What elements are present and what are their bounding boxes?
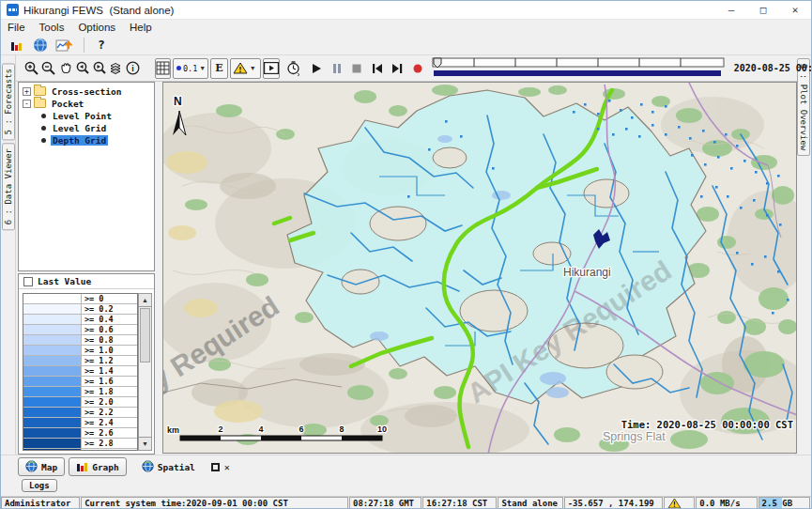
tab-icon-wrap: [76, 460, 88, 474]
legend-row: >= 0.4: [23, 315, 137, 325]
close-button[interactable]: ✕: [779, 1, 811, 19]
map-toolbar: i 0.1 ▼ E ▼: [16, 55, 797, 82]
menu-bar: FileToolsOptionsHelp: [1, 20, 811, 35]
pan-hand-icon[interactable]: [57, 58, 73, 78]
exceedance-button[interactable]: E: [210, 58, 227, 79]
time-series-display-icon[interactable]: [54, 36, 74, 54]
animation-window-button[interactable]: [263, 58, 280, 79]
classbreak-dropdown[interactable]: 0.1 ▼: [173, 58, 208, 79]
status-bar: AdministratorCurrent system time:2020-09…: [1, 496, 811, 509]
tree-item-cross-section[interactable]: +Cross-section: [23, 85, 154, 97]
tree-item-depth-grid[interactable]: Depth Grid: [41, 134, 154, 146]
legend-color-swatch: [23, 335, 82, 345]
step-back-button[interactable]: [371, 58, 384, 78]
exceedance-glyph: E: [211, 62, 226, 74]
app-logo-icon: [7, 4, 19, 16]
legend-class-label: >= 0.8: [82, 335, 114, 345]
current-map-datetime: 2020-08-25 00:00:00 CST: [734, 63, 812, 73]
menu-help[interactable]: Help: [130, 22, 152, 33]
status-cell-administrator: Administrator: [1, 497, 80, 509]
status-text: Stand alone: [501, 499, 558, 508]
legend-row: >= 0.8: [23, 335, 137, 346]
grid-display-button[interactable]: [155, 58, 171, 79]
tree-item-label: Level Grid: [51, 123, 108, 133]
database-icon[interactable]: [7, 36, 27, 54]
legend-class-list: >= 0>= 0.2>= 0.4>= 0.6>= 0.8>= 1.0>= 1.2…: [23, 293, 138, 451]
thresholds-dropdown[interactable]: ▼: [230, 58, 261, 79]
legend-color-swatch: [23, 294, 82, 303]
svg-text:N: N: [174, 95, 182, 108]
panel-maximize-icon[interactable]: [211, 463, 220, 471]
warning-icon[interactable]: [667, 498, 682, 509]
timeline-span-bar: [434, 70, 721, 76]
tab-label: Map: [41, 462, 57, 472]
tree-expander-icon[interactable]: +: [23, 87, 31, 96]
play-button[interactable]: [310, 58, 323, 78]
tree-expander-icon[interactable]: -: [23, 100, 31, 108]
tab-map[interactable]: Map: [18, 457, 65, 476]
info-icon[interactable]: i: [125, 58, 141, 78]
step-forward-button[interactable]: [391, 58, 404, 78]
legend-class-label: >= 1.2: [82, 356, 114, 365]
tab-icon-wrap: [25, 460, 38, 474]
status-cell-35-657-174: -35.657 , 174.199: [564, 497, 663, 509]
layers-icon[interactable]: [108, 58, 124, 78]
menu-options[interactable]: Options: [78, 22, 115, 33]
side-tab-6-data-viewer[interactable]: 6 : Data Viewer: [2, 143, 15, 230]
svg-text:4: 4: [258, 424, 263, 434]
scroll-down-icon[interactable]: ▼: [139, 437, 151, 450]
menu-file[interactable]: File: [8, 22, 25, 33]
panel-close-icon[interactable]: ✕: [224, 462, 230, 472]
legend-color-swatch: [23, 377, 82, 386]
legend-color-swatch: [23, 304, 82, 314]
legend-row: >= 0.6: [23, 325, 137, 335]
menu-tools[interactable]: Tools: [39, 22, 65, 33]
legend-class-label: >= 1.6: [82, 377, 114, 386]
legend-row: >= 1.2: [23, 356, 137, 366]
tree-item-level-grid[interactable]: Level Grid: [41, 122, 154, 133]
zoom-out-icon[interactable]: [40, 58, 56, 78]
legend-color-swatch: [23, 346, 82, 355]
globe-icon: [25, 460, 38, 472]
tab-spatial[interactable]: Spatial: [134, 457, 203, 476]
legend-class-label: >= 3.0: [82, 449, 114, 451]
zoom-in-icon[interactable]: [23, 58, 39, 78]
map-display-icon[interactable]: [30, 36, 51, 54]
scroll-thumb[interactable]: [140, 308, 150, 362]
last-value-checkbox[interactable]: [23, 277, 33, 286]
legend-color-swatch: [23, 397, 82, 407]
legend-row: >= 1.0: [23, 346, 137, 356]
tree-item-level-point[interactable]: Level Point: [41, 110, 154, 121]
zoom-next-icon[interactable]: [91, 58, 107, 78]
legend-class-label: >= 1.0: [82, 346, 114, 355]
tree-item-pocket[interactable]: -Pocket: [23, 98, 154, 109]
help-button[interactable]: ?: [91, 36, 112, 54]
tree-item-label: Cross-section: [50, 86, 123, 97]
map-canvas: API Key Required API Key Required: [163, 83, 797, 454]
minimize-button[interactable]: –: [715, 1, 747, 19]
pause-button[interactable]: [331, 58, 343, 78]
time-slider[interactable]: [430, 55, 728, 82]
legend-color-swatch: [23, 428, 82, 438]
side-tab-5-forecasts[interactable]: 5 : Forecasts: [2, 63, 15, 140]
legend-color-swatch: [23, 356, 82, 365]
warning-icon: [233, 61, 248, 75]
stop-button[interactable]: [351, 58, 362, 78]
record-button[interactable]: [412, 58, 423, 78]
legend-color-swatch: [23, 418, 82, 427]
last-value-label: Last Value: [38, 276, 91, 286]
zoom-previous-icon[interactable]: [74, 58, 90, 78]
tab-label: Spatial: [158, 462, 195, 472]
filter-tree: +Cross-section-PocketLevel PointLevel Gr…: [18, 82, 155, 271]
logs-button[interactable]: Logs: [22, 479, 57, 492]
spatial-map-display[interactable]: API Key Required API Key Required: [162, 82, 797, 454]
legend-class-label: >= 2.0: [82, 397, 114, 407]
animation-timer-icon[interactable]: [285, 58, 301, 78]
svg-text:8: 8: [339, 424, 344, 434]
tab-graph[interactable]: Graph: [69, 457, 127, 476]
town-label: Hikurangi: [563, 266, 611, 279]
legend-scrollbar[interactable]: ▲ ▼: [138, 293, 152, 451]
title-bar: Hikurangi FEWS (Stand alone) – □ ✕: [1, 1, 811, 20]
scroll-up-icon[interactable]: ▲: [139, 294, 151, 307]
maximize-button[interactable]: □: [747, 1, 779, 19]
